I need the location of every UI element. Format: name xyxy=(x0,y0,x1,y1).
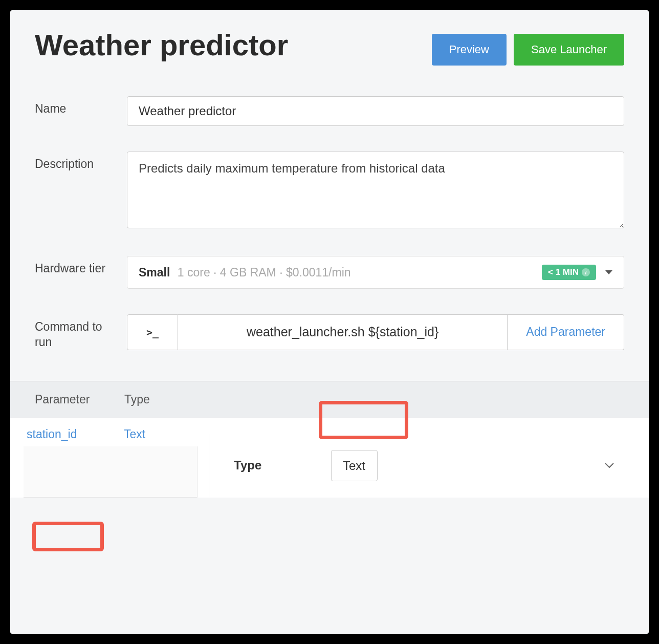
hardware-tier-select[interactable]: Small 1 core · 4 GB RAM · $0.0011/min < … xyxy=(127,256,624,289)
param-tabs-area: station_id Text xyxy=(10,418,209,498)
param-name-tab[interactable]: station_id xyxy=(24,427,121,441)
form-area: Name Description Predicts daily maximum … xyxy=(10,76,649,381)
description-label: Description xyxy=(35,152,117,230)
column-type: Type xyxy=(124,393,201,406)
save-launcher-button[interactable]: Save Launcher xyxy=(514,34,624,66)
active-tab-indicator xyxy=(24,446,197,498)
launcher-editor-window: Weather predictor Preview Save Launcher … xyxy=(10,10,649,634)
preview-button[interactable]: Preview xyxy=(432,34,507,66)
header: Weather predictor Preview Save Launcher xyxy=(10,10,649,76)
params-body: station_id Text Type Text xyxy=(10,418,649,498)
description-input[interactable]: Predicts daily maximum temperature from … xyxy=(127,152,624,228)
param-detail-pane: Type Text xyxy=(209,434,649,498)
terminal-icon: >_ xyxy=(127,314,178,350)
chevron-down-icon xyxy=(605,461,614,470)
hardware-specs: 1 core · 4 GB RAM · $0.0011/min xyxy=(178,266,351,279)
info-icon: i xyxy=(582,268,590,276)
command-label: Command to run xyxy=(35,314,117,350)
name-row: Name xyxy=(35,96,624,126)
hardware-right: < 1 MIN i xyxy=(542,265,612,280)
param-type-tab[interactable]: Text xyxy=(121,427,197,441)
description-row: Description Predicts daily maximum tempe… xyxy=(35,152,624,230)
type-select[interactable]: Text xyxy=(331,450,378,481)
name-input[interactable] xyxy=(127,96,624,126)
time-badge: < 1 MIN i xyxy=(542,265,596,280)
add-parameter-button[interactable]: Add Parameter xyxy=(508,314,624,350)
highlight-annotation xyxy=(32,522,104,551)
params-header-row: Parameter Type xyxy=(10,381,649,418)
caret-down-icon xyxy=(605,270,612,274)
hardware-info: Small 1 core · 4 GB RAM · $0.0011/min xyxy=(139,266,351,280)
type-label: Type xyxy=(234,458,311,473)
name-label: Name xyxy=(35,96,117,126)
hardware-row: Hardware tier Small 1 core · 4 GB RAM · … xyxy=(35,256,624,289)
hardware-label: Hardware tier xyxy=(35,256,117,289)
command-input[interactable] xyxy=(178,314,508,350)
command-row: Command to run >_ Add Parameter xyxy=(35,314,624,350)
hardware-name: Small xyxy=(139,266,170,279)
page-title: Weather predictor xyxy=(35,30,288,61)
column-parameter: Parameter xyxy=(35,393,124,406)
header-buttons: Preview Save Launcher xyxy=(432,34,624,66)
